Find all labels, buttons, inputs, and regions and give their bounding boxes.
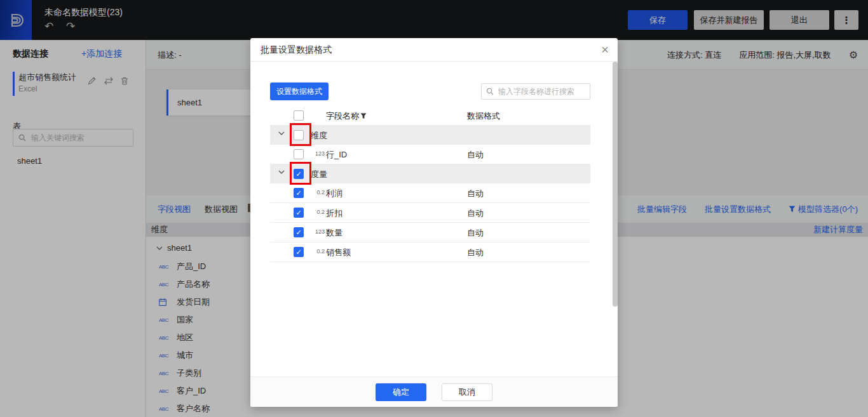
field-type-icon: 0.2 — [308, 189, 325, 195]
field-checkbox[interactable] — [294, 208, 304, 218]
app-root: 未命名数据模型(23) ↶ ↷ 保存 保存并新建报告 退出 ⋮ 数据连接 +添加… — [0, 0, 868, 417]
field-checkbox[interactable] — [294, 149, 304, 159]
modal-field-row[interactable]: 123 数量 自动 — [270, 223, 590, 242]
column-header-format: 数据格式 — [467, 110, 500, 122]
modal-footer: 确定 取消 — [250, 376, 618, 407]
field-checkbox[interactable] — [294, 247, 304, 257]
chevron-down-icon[interactable] — [278, 170, 285, 174]
field-format-value[interactable]: 自动 — [467, 227, 484, 239]
modal-field-row[interactable]: 0.2 折扣 自动 — [270, 203, 590, 223]
modal-field-row[interactable]: 0.2 利润 自动 — [270, 183, 590, 203]
close-icon[interactable]: × — [601, 42, 609, 57]
group-checkbox[interactable] — [294, 130, 304, 140]
field-type-icon: 123 — [308, 150, 325, 157]
modal-field-table: 字段名称 数据格式 维度 123 行_ID 自动 度量 0.2 利润 自动 0.… — [270, 106, 590, 262]
modal-search-input[interactable] — [497, 86, 590, 96]
field-label: 数量 — [326, 227, 342, 239]
batch-format-modal: 批量设置数据格式 × 设置数据格式 字段名称 数据格式 维度 123 行_ — [250, 38, 618, 407]
modal-header: 批量设置数据格式 × — [250, 38, 618, 62]
field-checkbox[interactable] — [294, 188, 304, 198]
column-header-name: 字段名称 — [326, 110, 367, 122]
field-label: 销售额 — [326, 247, 351, 258]
modal-field-row[interactable]: 123 行_ID 自动 — [270, 145, 590, 164]
group-label: 维度 — [311, 130, 327, 142]
field-format-value[interactable]: 自动 — [467, 149, 484, 161]
field-label: 利润 — [326, 188, 342, 199]
modal-table-rows: 维度 123 行_ID 自动 度量 0.2 利润 自动 0.2 折扣 自动 12… — [270, 126, 590, 262]
confirm-button[interactable]: 确定 — [376, 383, 426, 401]
field-format-value[interactable]: 自动 — [467, 208, 484, 219]
group-label: 度量 — [311, 169, 327, 180]
field-label: 行_ID — [326, 149, 347, 161]
modal-title: 批量设置数据格式 — [261, 44, 332, 56]
field-checkbox[interactable] — [294, 227, 304, 237]
modal-search-box[interactable] — [481, 83, 590, 100]
modal-group-row[interactable]: 维度 — [270, 126, 590, 145]
group-checkbox[interactable] — [294, 169, 304, 179]
field-type-icon: 123 — [308, 228, 325, 235]
set-data-format-button[interactable]: 设置数据格式 — [270, 83, 329, 100]
cancel-button[interactable]: 取消 — [442, 383, 492, 401]
field-type-icon: 0.2 — [308, 248, 325, 255]
scrollbar-thumb[interactable] — [613, 62, 618, 307]
filter-funnel-icon — [360, 113, 367, 119]
modal-group-row[interactable]: 度量 — [270, 164, 590, 183]
field-format-value[interactable]: 自动 — [467, 247, 484, 258]
field-format-value[interactable]: 自动 — [467, 188, 484, 199]
search-icon — [486, 88, 494, 95]
select-all-checkbox[interactable] — [294, 110, 304, 121]
field-type-icon: 0.2 — [308, 209, 325, 215]
chevron-down-icon[interactable] — [278, 131, 285, 135]
table-header-row: 字段名称 数据格式 — [270, 106, 590, 126]
modal-field-row[interactable]: 0.2 销售额 自动 — [270, 242, 590, 262]
field-label: 折扣 — [326, 208, 342, 219]
